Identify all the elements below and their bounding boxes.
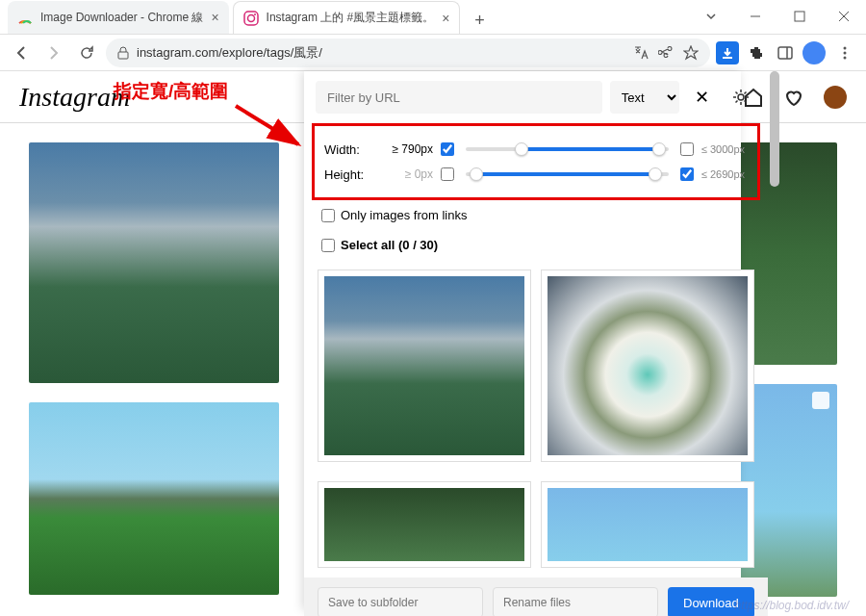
svg-line-13 (236, 106, 298, 144)
height-slider[interactable] (466, 165, 669, 184)
select-all-checkbox[interactable] (321, 239, 335, 252)
gear-icon[interactable] (726, 82, 756, 113)
window-controls (689, 0, 866, 34)
translate-icon[interactable] (633, 45, 649, 61)
tab-title: Image Downloader - Chrome 線 (40, 10, 203, 26)
close-button[interactable] (822, 0, 866, 34)
svg-rect-4 (795, 12, 804, 21)
select-all-row: Select all (0 / 30) (304, 230, 768, 260)
svg-point-1 (247, 14, 254, 21)
width-max-value: ≤ 3000px (701, 143, 748, 155)
url-text: instagram.com/explore/tags/風景/ (137, 44, 322, 62)
watermark: https://blog.bod.idv.tw/ (734, 599, 849, 612)
tab-close-icon[interactable]: × (442, 11, 449, 26)
svg-point-14 (738, 94, 744, 100)
lock-icon (117, 46, 129, 60)
reload-button[interactable] (73, 39, 100, 66)
filter-bar: Text ✕ (304, 71, 768, 123)
extensions-icon[interactable] (745, 41, 768, 64)
address-bar[interactable]: instagram.com/explore/tags/風景/ (106, 38, 710, 67)
svg-rect-0 (244, 12, 258, 25)
annotation-text: 指定寬/高範圍 (114, 79, 228, 104)
height-min-checkbox[interactable] (441, 167, 454, 181)
svg-rect-7 (118, 52, 128, 59)
height-max-value: ≤ 2690px (701, 168, 748, 180)
image-tile[interactable] (318, 270, 531, 462)
only-links-row: Only images from links (304, 200, 768, 230)
rename-input[interactable] (493, 587, 658, 616)
svg-point-11 (844, 51, 847, 54)
svg-point-12 (844, 56, 847, 59)
download-extension-icon[interactable] (716, 41, 739, 64)
text-select[interactable]: Text (610, 81, 679, 114)
extension-popup: Text ✕ Width: ≥ 790px ≤ 3000px Height: (304, 71, 741, 610)
dimension-filter-section: Width: ≥ 790px ≤ 3000px Height: ≥ 0px (312, 123, 760, 200)
stack-icon (812, 392, 829, 409)
width-min-value: ≥ 790px (380, 142, 433, 156)
profile-avatar[interactable] (802, 41, 826, 64)
width-filter-row: Width: ≥ 790px ≤ 3000px (324, 140, 748, 159)
height-max-checkbox[interactable] (680, 167, 694, 181)
height-label: Height: (324, 167, 372, 182)
svg-rect-8 (778, 47, 792, 59)
chevron-down-icon[interactable] (689, 0, 733, 34)
width-min-checkbox[interactable] (441, 142, 454, 156)
browser-toolbar: instagram.com/explore/tags/風景/ (0, 35, 866, 71)
favicon-instagram-icon (243, 11, 259, 26)
only-links-checkbox[interactable] (321, 209, 335, 222)
menu-button[interactable] (831, 39, 858, 66)
maximize-button[interactable] (777, 0, 822, 34)
tab-active[interactable]: Instagram 上的 #風景主題標籤。 × (233, 1, 461, 34)
new-tab-button[interactable]: + (466, 7, 493, 34)
browser-titlebar: Image Downloader - Chrome 線 × Instagram … (0, 0, 866, 35)
annotation-arrow-icon (231, 96, 308, 154)
svg-point-10 (844, 46, 847, 49)
tab-title: Instagram 上的 #風景主題標籤。 (267, 10, 435, 26)
user-avatar[interactable] (824, 86, 847, 109)
grid-thumbnail[interactable] (29, 142, 279, 383)
subfolder-input[interactable] (318, 587, 483, 616)
width-max-checkbox[interactable] (680, 142, 694, 156)
star-icon[interactable] (683, 45, 699, 61)
tab-close-icon[interactable]: × (211, 10, 218, 25)
favicon-rainbow-icon (17, 10, 33, 25)
width-slider[interactable] (466, 140, 669, 159)
back-button[interactable] (8, 39, 35, 66)
image-tile[interactable] (541, 481, 754, 568)
close-icon[interactable]: ✕ (687, 82, 718, 113)
height-filter-row: Height: ≥ 0px ≤ 2690px (324, 165, 748, 184)
width-label: Width: (324, 142, 372, 157)
height-min-value: ≥ 0px (380, 167, 433, 181)
tab-inactive[interactable]: Image Downloader - Chrome 線 × (8, 1, 229, 34)
image-tile[interactable] (318, 481, 531, 568)
svg-point-2 (254, 13, 256, 15)
select-all-label: Select all (0 / 30) (341, 238, 438, 252)
heart-icon[interactable] (783, 87, 804, 108)
image-results-row (304, 472, 768, 578)
forward-button[interactable] (40, 39, 67, 66)
image-results-row (304, 260, 768, 472)
grid-thumbnail[interactable] (29, 402, 279, 595)
scrollbar-thumb[interactable] (770, 71, 779, 187)
image-tile[interactable] (541, 270, 754, 462)
filter-url-input[interactable] (316, 81, 602, 114)
popup-bottom-bar: Download (304, 578, 768, 616)
share-icon[interactable] (658, 45, 674, 61)
only-links-label: Only images from links (341, 208, 467, 222)
minimize-button[interactable] (733, 0, 777, 34)
side-panel-icon[interactable] (774, 41, 797, 64)
